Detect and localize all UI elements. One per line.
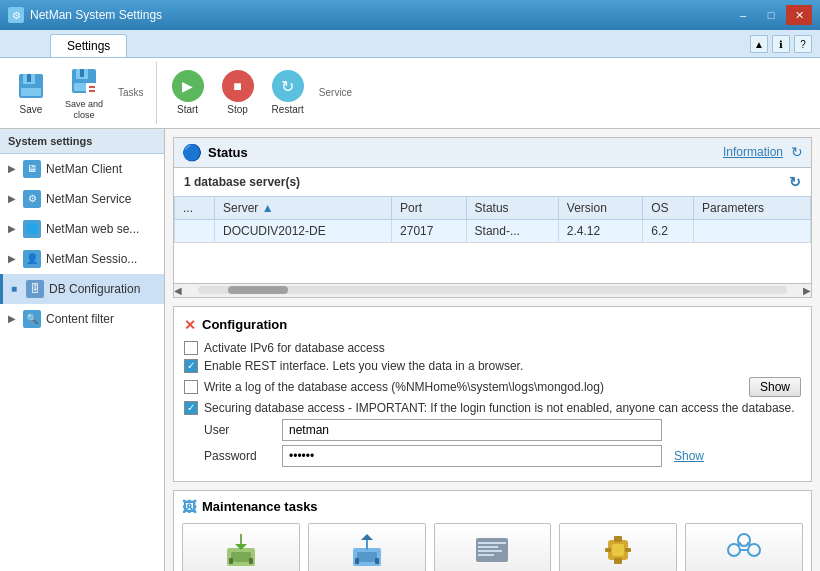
col-header-server[interactable]: Server ▲: [214, 196, 391, 219]
svg-rect-30: [614, 536, 622, 542]
svg-marker-18: [361, 534, 373, 540]
svg-rect-20: [375, 558, 379, 564]
table-spacer: [174, 243, 811, 283]
stop-button[interactable]: ■ Stop: [215, 67, 261, 118]
expand-icon: ▶: [8, 193, 18, 204]
scroll-left-btn[interactable]: ◀: [174, 285, 182, 296]
scroll-thumb[interactable]: [228, 286, 288, 294]
svg-rect-27: [612, 544, 624, 556]
restore-icon: [347, 532, 387, 568]
col-header-status: Status: [466, 196, 558, 219]
minimize-button[interactable]: –: [730, 5, 756, 25]
service-label: Service: [319, 87, 352, 98]
ipv6-checkbox[interactable]: [184, 341, 198, 355]
start-button[interactable]: ▶ Start: [165, 67, 211, 118]
cell-server: DOCUDIV2012-DE: [214, 219, 391, 242]
maintenance-icon: 🖼: [182, 499, 196, 515]
svg-rect-12: [231, 552, 251, 562]
rest-label: Enable REST interface. Lets you view the…: [204, 359, 523, 373]
sidebar-item-netman-service[interactable]: ▶ ⚙ NetMan Service: [0, 184, 164, 214]
tab-settings[interactable]: Settings: [50, 34, 127, 57]
sidebar-item-db-config[interactable]: ■ 🗄 DB Configuration: [0, 274, 164, 304]
password-label: Password: [204, 449, 274, 463]
maintenance-title: 🖼 Maintenance tasks: [182, 499, 803, 515]
window-controls: – □ ✕: [730, 5, 812, 25]
scroll-right-btn[interactable]: ▶: [803, 285, 811, 296]
col-header-port: Port: [392, 196, 467, 219]
status-icon: 🔵: [182, 143, 202, 162]
refresh-button[interactable]: ↻: [791, 144, 803, 160]
netman-service-icon: ⚙: [22, 189, 42, 209]
expand-icon: ▶: [8, 313, 18, 324]
tab-bar-controls: ▲ ℹ ?: [750, 35, 820, 57]
table-row[interactable]: DOCUDIV2012-DE 27017 Stand-... 2.4.12 6.…: [175, 219, 811, 242]
svg-point-32: [728, 544, 740, 556]
status-title: 🔵 Status: [182, 143, 248, 162]
expand-icon: ▶: [8, 163, 18, 174]
user-input[interactable]: [282, 419, 662, 441]
scroll-track[interactable]: [198, 286, 787, 294]
password-input[interactable]: [282, 445, 662, 467]
sidebar-item-label: DB Configuration: [49, 282, 140, 296]
backup-button[interactable]: Backup: [182, 523, 300, 571]
close-button[interactable]: ✕: [786, 5, 812, 25]
svg-rect-19: [355, 558, 359, 564]
show-log-button[interactable]: Show: [749, 377, 801, 397]
sidebar-item-netman-web[interactable]: ▶ 🌐 NetMan web se...: [0, 214, 164, 244]
restore-button[interactable]: Restore: [308, 523, 426, 571]
db-config-icon: 🗄: [25, 279, 45, 299]
db-table: ... Server ▲ Port Status Version OS Para…: [174, 196, 811, 243]
cell-os: 6.2: [643, 219, 694, 242]
tab-help[interactable]: ?: [794, 35, 812, 53]
task-buttons-row: Backup Restore: [182, 523, 803, 571]
maintenance-section: 🖼 Maintenance tasks: [173, 490, 812, 571]
save-label: Save: [20, 104, 43, 115]
config-log-row: Write a log of the database access (%NMH…: [184, 377, 801, 397]
sidebar-item-content-filter[interactable]: ▶ 🔍 Content filter: [0, 304, 164, 334]
expand-icon: ▶: [8, 223, 18, 234]
tab-scroll-up[interactable]: ▲: [750, 35, 768, 53]
restart-button[interactable]: ↻ Restart: [265, 67, 311, 118]
administration-icon: [472, 532, 512, 568]
restart-icon: ↻: [272, 70, 304, 102]
svg-rect-14: [229, 558, 233, 564]
db-refresh-button[interactable]: ↻: [789, 174, 801, 190]
save-button[interactable]: Save: [8, 67, 54, 118]
log-checkbox[interactable]: [184, 380, 198, 394]
title-bar-left: ⚙ NetMan System Settings: [8, 7, 162, 23]
toolbar-tasks-group: Save Save andclose Tasks: [8, 62, 157, 124]
svg-point-33: [748, 544, 760, 556]
config-ipv6-row: Activate IPv6 for database access: [184, 341, 801, 355]
save-close-button[interactable]: Save andclose: [58, 62, 110, 124]
sidebar-item-netman-client[interactable]: ▶ 🖥 NetMan Client: [0, 154, 164, 184]
user-label: User: [204, 423, 274, 437]
content-filter-icon: 🔍: [22, 309, 42, 329]
svg-rect-8: [86, 83, 98, 95]
maximize-button[interactable]: □: [758, 5, 784, 25]
restart-label: Restart: [272, 104, 304, 115]
tab-info[interactable]: ℹ: [772, 35, 790, 53]
horizontal-scrollbar[interactable]: ◀ ▶: [174, 283, 811, 297]
col-header-params: Parameters: [694, 196, 811, 219]
svg-rect-28: [605, 548, 611, 552]
sidebar-item-netman-session[interactable]: ▶ 👤 NetMan Sessio...: [0, 244, 164, 274]
start-icon: ▶: [172, 70, 204, 102]
status-actions: Information ↻: [723, 144, 803, 160]
title-bar: ⚙ NetMan System Settings – □ ✕: [0, 0, 820, 30]
secure-checkbox[interactable]: [184, 401, 198, 415]
toolbar: Save Save andclose Tasks ▶: [0, 58, 820, 129]
rest-checkbox[interactable]: [184, 359, 198, 373]
replication-button[interactable]: Set up replication: [685, 523, 803, 571]
administration-button[interactable]: Administration: [434, 523, 552, 571]
svg-rect-23: [478, 546, 498, 548]
show-password-link[interactable]: Show: [674, 449, 704, 463]
db-table-container: ... Server ▲ Port Status Version OS Para…: [174, 196, 811, 243]
main-layout: System settings ▶ 🖥 NetMan Client ▶ ⚙ Ne…: [0, 129, 820, 571]
information-link[interactable]: Information: [723, 145, 783, 159]
db-count: 1 database server(s): [184, 175, 300, 189]
expand-icon: ■: [11, 283, 21, 294]
netman-client-icon: 🖥: [22, 159, 42, 179]
repair-button[interactable]: Repair: [559, 523, 677, 571]
secure-label: Securing database access - IMPORTANT: If…: [204, 401, 795, 415]
status-section: 🔵 Status Information ↻ 1 database server…: [173, 137, 812, 298]
